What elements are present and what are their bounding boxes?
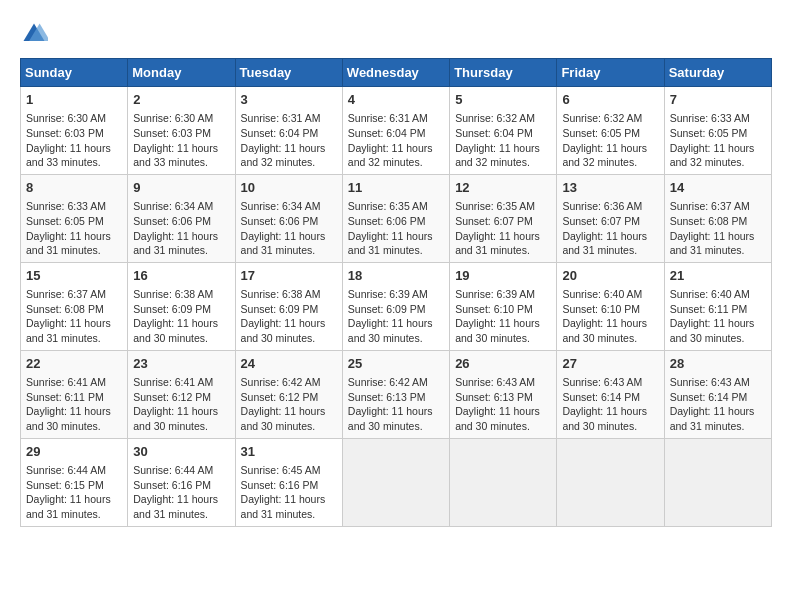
day-info: Sunset: 6:16 PM — [241, 478, 337, 493]
day-info: Sunset: 6:09 PM — [133, 302, 229, 317]
day-number: 23 — [133, 355, 229, 373]
day-info: Sunset: 6:15 PM — [26, 478, 122, 493]
calendar-cell: 31Sunrise: 6:45 AMSunset: 6:16 PMDayligh… — [235, 438, 342, 526]
calendar-cell: 9Sunrise: 6:34 AMSunset: 6:06 PMDaylight… — [128, 174, 235, 262]
day-info: and 30 minutes. — [133, 331, 229, 346]
day-info: and 31 minutes. — [26, 507, 122, 522]
day-info: Sunset: 6:13 PM — [348, 390, 444, 405]
day-number: 16 — [133, 267, 229, 285]
day-info: Daylight: 11 hours — [133, 141, 229, 156]
day-info: and 30 minutes. — [562, 419, 658, 434]
day-number: 10 — [241, 179, 337, 197]
day-info: Sunrise: 6:35 AM — [348, 199, 444, 214]
calendar-cell — [450, 438, 557, 526]
calendar-cell: 15Sunrise: 6:37 AMSunset: 6:08 PMDayligh… — [21, 262, 128, 350]
calendar-cell: 7Sunrise: 6:33 AMSunset: 6:05 PMDaylight… — [664, 87, 771, 175]
day-info: Sunset: 6:09 PM — [348, 302, 444, 317]
day-info: Daylight: 11 hours — [562, 141, 658, 156]
day-info: Sunset: 6:06 PM — [241, 214, 337, 229]
day-info: Daylight: 11 hours — [241, 492, 337, 507]
weekday-header-thursday: Thursday — [450, 59, 557, 87]
calendar-cell — [664, 438, 771, 526]
calendar-cell: 3Sunrise: 6:31 AMSunset: 6:04 PMDaylight… — [235, 87, 342, 175]
day-info: and 30 minutes. — [455, 419, 551, 434]
day-info: Sunrise: 6:39 AM — [348, 287, 444, 302]
day-info: Sunrise: 6:36 AM — [562, 199, 658, 214]
day-number: 20 — [562, 267, 658, 285]
day-info: Sunrise: 6:42 AM — [241, 375, 337, 390]
day-info: Sunrise: 6:39 AM — [455, 287, 551, 302]
day-info: Daylight: 11 hours — [670, 229, 766, 244]
day-info: and 32 minutes. — [241, 155, 337, 170]
day-info: Sunset: 6:06 PM — [348, 214, 444, 229]
day-info: Sunset: 6:11 PM — [670, 302, 766, 317]
day-info: Sunset: 6:08 PM — [670, 214, 766, 229]
day-info: Sunrise: 6:35 AM — [455, 199, 551, 214]
day-info: Sunrise: 6:40 AM — [562, 287, 658, 302]
day-info: Daylight: 11 hours — [133, 492, 229, 507]
logo-icon — [20, 20, 48, 48]
day-info: Sunset: 6:05 PM — [670, 126, 766, 141]
calendar-cell: 26Sunrise: 6:43 AMSunset: 6:13 PMDayligh… — [450, 350, 557, 438]
day-number: 28 — [670, 355, 766, 373]
day-info: Sunset: 6:14 PM — [670, 390, 766, 405]
day-info: Sunrise: 6:34 AM — [133, 199, 229, 214]
day-number: 2 — [133, 91, 229, 109]
day-number: 7 — [670, 91, 766, 109]
day-info: Sunset: 6:04 PM — [241, 126, 337, 141]
calendar-cell: 10Sunrise: 6:34 AMSunset: 6:06 PMDayligh… — [235, 174, 342, 262]
calendar-cell — [342, 438, 449, 526]
day-info: Sunrise: 6:43 AM — [455, 375, 551, 390]
day-info: Sunrise: 6:42 AM — [348, 375, 444, 390]
logo — [20, 20, 52, 48]
day-info: Sunrise: 6:45 AM — [241, 463, 337, 478]
day-number: 25 — [348, 355, 444, 373]
day-number: 22 — [26, 355, 122, 373]
day-info: Sunset: 6:12 PM — [241, 390, 337, 405]
day-info: Sunrise: 6:33 AM — [26, 199, 122, 214]
calendar-cell: 20Sunrise: 6:40 AMSunset: 6:10 PMDayligh… — [557, 262, 664, 350]
day-info: Daylight: 11 hours — [241, 229, 337, 244]
day-info: Sunset: 6:13 PM — [455, 390, 551, 405]
day-info: Sunrise: 6:38 AM — [133, 287, 229, 302]
day-info: Sunset: 6:05 PM — [26, 214, 122, 229]
calendar-cell: 22Sunrise: 6:41 AMSunset: 6:11 PMDayligh… — [21, 350, 128, 438]
day-info: and 30 minutes. — [133, 419, 229, 434]
weekday-header-tuesday: Tuesday — [235, 59, 342, 87]
day-info: and 30 minutes. — [26, 419, 122, 434]
day-number: 29 — [26, 443, 122, 461]
day-info: Daylight: 11 hours — [133, 229, 229, 244]
day-number: 15 — [26, 267, 122, 285]
day-info: and 33 minutes. — [133, 155, 229, 170]
day-info: and 31 minutes. — [562, 243, 658, 258]
day-info: and 32 minutes. — [455, 155, 551, 170]
calendar-cell: 25Sunrise: 6:42 AMSunset: 6:13 PMDayligh… — [342, 350, 449, 438]
day-info: Daylight: 11 hours — [26, 141, 122, 156]
day-number: 11 — [348, 179, 444, 197]
day-info: and 30 minutes. — [562, 331, 658, 346]
day-info: and 30 minutes. — [241, 419, 337, 434]
calendar-cell: 23Sunrise: 6:41 AMSunset: 6:12 PMDayligh… — [128, 350, 235, 438]
day-info: Sunrise: 6:44 AM — [26, 463, 122, 478]
day-info: Sunset: 6:12 PM — [133, 390, 229, 405]
day-info: Daylight: 11 hours — [26, 316, 122, 331]
calendar-cell: 12Sunrise: 6:35 AMSunset: 6:07 PMDayligh… — [450, 174, 557, 262]
day-info: Daylight: 11 hours — [562, 316, 658, 331]
day-number: 21 — [670, 267, 766, 285]
day-info: and 31 minutes. — [133, 507, 229, 522]
day-info: Sunrise: 6:41 AM — [133, 375, 229, 390]
calendar-cell: 13Sunrise: 6:36 AMSunset: 6:07 PMDayligh… — [557, 174, 664, 262]
day-info: Daylight: 11 hours — [562, 404, 658, 419]
day-info: and 30 minutes. — [455, 331, 551, 346]
calendar-cell: 1Sunrise: 6:30 AMSunset: 6:03 PMDaylight… — [21, 87, 128, 175]
day-info: and 30 minutes. — [670, 331, 766, 346]
day-info: Sunset: 6:14 PM — [562, 390, 658, 405]
weekday-header-monday: Monday — [128, 59, 235, 87]
day-info: Daylight: 11 hours — [133, 404, 229, 419]
day-info: Sunset: 6:10 PM — [455, 302, 551, 317]
day-info: and 30 minutes. — [241, 331, 337, 346]
day-info: Daylight: 11 hours — [670, 404, 766, 419]
weekday-header-sunday: Sunday — [21, 59, 128, 87]
day-info: Sunrise: 6:31 AM — [241, 111, 337, 126]
day-info: Daylight: 11 hours — [348, 316, 444, 331]
